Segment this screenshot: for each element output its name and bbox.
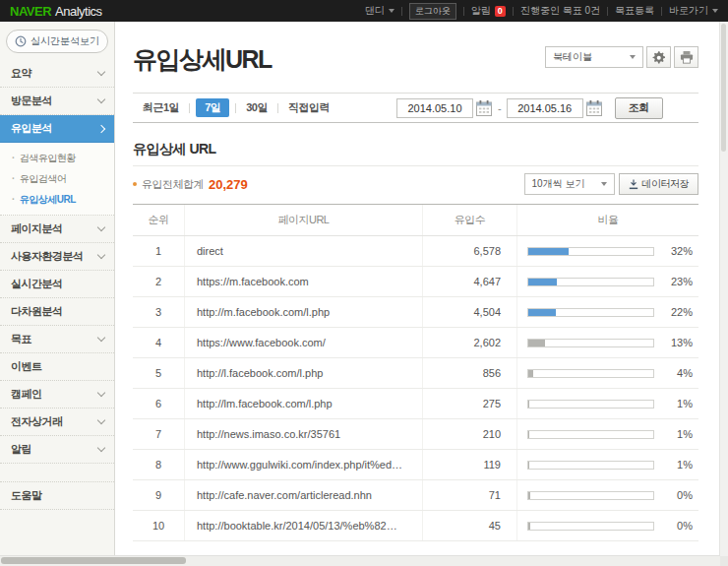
user-menu[interactable]: 댄디 [365,4,394,18]
sidebar-item-event[interactable]: 이벤트 [0,353,114,381]
url-cell: http://m.facebook.com/l.php [185,297,423,328]
sidebar-item-help[interactable]: 도움말 [0,481,114,510]
rank-cell: 10 [133,511,185,541]
sidebar-subitem-search-inflow-status[interactable]: ·검색유입현황 [0,148,114,168]
sidebar-submenu: ·검색유입현황·유입검색어·유입상세URL [0,143,114,216]
rank-cell: 3 [133,297,185,328]
horizontal-scrollbar-thumb[interactable] [1,557,186,564]
url-cell: http://booktable.kr/2014/05/13/%eb%82… [185,511,423,541]
ratio-bar-track [527,430,654,439]
report-controls: 10개씩 보기 데이터저장 [524,173,699,195]
calendar-icon[interactable] [475,99,493,117]
url-cell: http://l.facebook.com/l.php [185,358,423,389]
topbar-utility-menu: 댄디 로그아웃 알림 0 진행중인 목표 0건 목표등록 바로가기 [365,3,718,20]
page-size-select[interactable]: 10개씩 보기 [524,173,615,195]
alert-menu[interactable]: 알림 0 [471,4,506,18]
sidebar-item-multidimension[interactable]: 다차원분석 [0,298,114,326]
sidebar-item-user-environment[interactable]: 사용자환경분석 [0,243,114,271]
date-range-tab-30days[interactable]: 30일 [236,100,277,115]
sidebar-item-label: 페이지분석 [11,221,63,236]
data-save-button[interactable]: 데이터저장 [619,173,699,195]
calendar-icon[interactable] [585,99,603,117]
settings-button[interactable] [646,46,671,68]
sidebar-item-page-analysis[interactable]: 페이지분석 [0,216,114,243]
shortcut-menu[interactable]: 바로가기 [669,4,718,18]
ratio-bar-track [527,491,654,500]
column-header-0: 순위 [133,205,185,236]
url-cell: https://www.facebook.com/ [185,328,423,358]
sidebar-subitem-inflow-detail-url[interactable]: ·유입상세URL [0,189,114,210]
start-date-input[interactable]: 2014.05.10 [396,98,473,118]
ratio-cell: 1% [517,450,699,480]
inflow-total: 유입전체합계 20,279 [133,177,248,192]
start-date-field: 2014.05.10 [396,98,493,118]
table-row: 3http://m.facebook.com/l.php4,50422% [133,297,698,328]
table-row: 9http://cafe.naver.com/articleread.nhn71… [133,480,698,511]
sidebar-item-summary[interactable]: 요약 [0,60,114,88]
topbar: NAVER Analytics 댄디 로그아웃 알림 0 진행중인 목표 0건 … [0,0,728,22]
rank-cell: 6 [133,389,185,419]
section-title: 유입상세 URL [133,141,698,158]
realtime-view-label: 실시간분석보기 [30,34,99,48]
ratio-bar-wrap: 1% [527,398,693,409]
horizontal-scrollbar[interactable] [0,555,720,566]
count-cell: 2,602 [423,328,517,358]
sidebar-subitem-inflow-keyword[interactable]: ·유입검색어 [0,168,114,189]
sidebar-subitem-label: 유입검색어 [20,172,67,186]
sidebar-item-ecommerce[interactable]: 전자상거래 [0,409,114,436]
date-range-tab-last-1day[interactable]: 최근1일 [133,100,189,115]
ratio-bar-wrap: 0% [527,489,693,501]
url-cell: http://www.ggulwiki.com/index.php/it%ed… [185,450,423,480]
page-title: 유입상세URL [133,43,272,76]
count-cell: 4,504 [423,297,517,328]
ratio-cell: 22% [517,297,699,328]
date-range-tab-7days[interactable]: 7일 [196,98,229,117]
count-cell: 210 [423,419,517,450]
sidebar-item-visit-analysis[interactable]: 방문분석 [0,88,114,115]
header-controls: 북테이블 [545,46,698,68]
vertical-scrollbar[interactable] [719,22,728,556]
ratio-value: 4% [663,367,693,379]
scrollbar-corner [720,556,728,566]
vertical-scrollbar-thumb[interactable] [721,24,726,152]
table-row: 4https://www.facebook.com/2,60213% [133,328,698,358]
rank-cell: 8 [133,450,185,480]
shortcut-label: 바로가기 [669,4,708,18]
goal-register-link[interactable]: 목표등록 [615,4,654,18]
site-selector[interactable]: 북테이블 [545,46,643,68]
ratio-bar [528,248,569,255]
date-range-tab-custom[interactable]: 직접입력 [278,100,339,115]
print-button[interactable] [674,46,698,68]
sidebar-item-campaign[interactable]: 캠페인 [0,381,114,409]
sidebar-item-goal[interactable]: 목표 [0,326,114,353]
ratio-bar [528,462,529,469]
url-cell: https://m.facebook.com [185,267,423,297]
alert-label: 알림 [471,4,491,18]
ratio-cell: 32% [517,236,699,267]
divider [513,7,514,16]
sidebar-item-label: 캠페인 [11,387,42,402]
rank-cell: 1 [133,236,185,267]
logout-button[interactable]: 로그아웃 [409,3,456,20]
naver-logo: NAVER [10,4,51,19]
sidebar-item-inflow-analysis[interactable]: 유입분석 [0,115,114,143]
ratio-bar [528,370,533,377]
search-button[interactable]: 조회 [615,97,663,119]
sidebar-item-notification[interactable]: 알림 [0,436,114,464]
end-date-input[interactable]: 2014.05.16 [507,98,583,118]
realtime-view-button[interactable]: 실시간분석보기 [6,30,108,53]
bullet-icon: · [12,194,15,205]
count-cell: 71 [423,480,517,511]
date-filter-bar: 최근1일7일30일직접입력 2014.05.10 - 2014.05.16 조회 [133,93,698,123]
rank-cell: 2 [133,267,185,297]
chevron-down-icon [712,9,718,13]
sidebar-item-realtime-analysis[interactable]: 실시간분석 [0,271,114,298]
table-body: 1direct6,57832%2https://m.facebook.com4,… [133,236,698,541]
chevron-down-icon [389,9,394,13]
table-row: 1direct6,57832% [133,236,698,267]
chevron-down-icon [97,389,105,397]
ratio-bar-track [527,522,654,531]
brand-logo[interactable]: NAVER Analytics [10,4,102,19]
sidebar-menu: 요약방문분석유입분석·검색유입현황·유입검색어·유입상세URL페이지분석사용자환… [0,60,114,510]
section-header: 유입상세 URL [133,141,698,166]
